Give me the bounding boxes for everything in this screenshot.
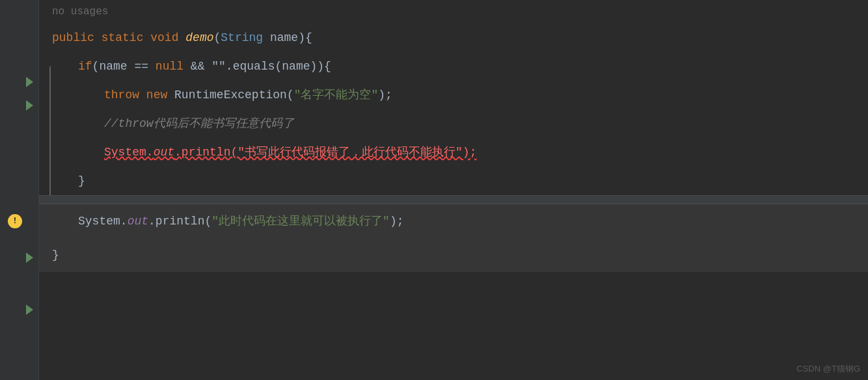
- if-statement-line: if (name == null && "". equals (name)){: [39, 52, 868, 81]
- public-keyword: public: [52, 26, 94, 49]
- close-method-brace: }: [39, 238, 868, 272]
- static-keyword: static: [102, 26, 144, 49]
- runtime-exception: RuntimeException(: [167, 83, 293, 107]
- comment-line: //throw代码后不能书写任意代码了: [39, 109, 868, 138]
- exception-message: "名字不能为空": [294, 83, 379, 107]
- println-method: println: [156, 210, 205, 233]
- editor-container: no usages public static void demo ( Stri…: [0, 0, 868, 380]
- bottom-string: "此时代码在这里就可以被执行了": [211, 210, 390, 233]
- demo-method-name: demo: [185, 26, 213, 49]
- close-if-brace: }: [39, 167, 868, 195]
- line-gutter: [0, 0, 39, 380]
- no-usages-text: no usages: [52, 0, 108, 23]
- new-keyword: new: [146, 83, 167, 107]
- method-signature-line: public static void demo ( String name ){: [39, 23, 868, 52]
- equals-method: equals: [233, 55, 275, 78]
- bottom-println-line: ! System . out . println ( "此时代码在这里就可以被执…: [39, 204, 868, 238]
- throw-keyword: throw: [104, 83, 139, 107]
- error-code: System.out.println("书写此行代码报错了，此行代码不能执行")…: [104, 141, 476, 164]
- void-keyword: void: [150, 26, 178, 49]
- gutter-arrow-4: [26, 305, 33, 315]
- if-keyword: if: [78, 55, 92, 78]
- throw-line: throw new RuntimeException( "名字不能为空" );: [39, 81, 868, 109]
- section-divider: [39, 195, 868, 204]
- string-type: String: [221, 26, 263, 49]
- comment-text: //throw代码后不能书写任意代码了: [104, 112, 294, 135]
- error-line: System.out.println("书写此行代码报错了，此行代码不能执行")…: [39, 138, 868, 167]
- null-keyword: null: [156, 55, 183, 78]
- no-usages-line: no usages: [39, 0, 868, 23]
- watermark: CSDN @T猫钢G: [796, 363, 860, 375]
- system-class: System: [78, 210, 120, 233]
- out-field: out: [128, 210, 148, 233]
- hint-bulb-icon[interactable]: !: [8, 214, 22, 228]
- gutter-arrow-2: [26, 100, 33, 111]
- gutter-arrow-1: [26, 77, 33, 87]
- code-lines: no usages public static void demo ( Stri…: [39, 0, 868, 380]
- gutter-arrow-3: [26, 252, 33, 263]
